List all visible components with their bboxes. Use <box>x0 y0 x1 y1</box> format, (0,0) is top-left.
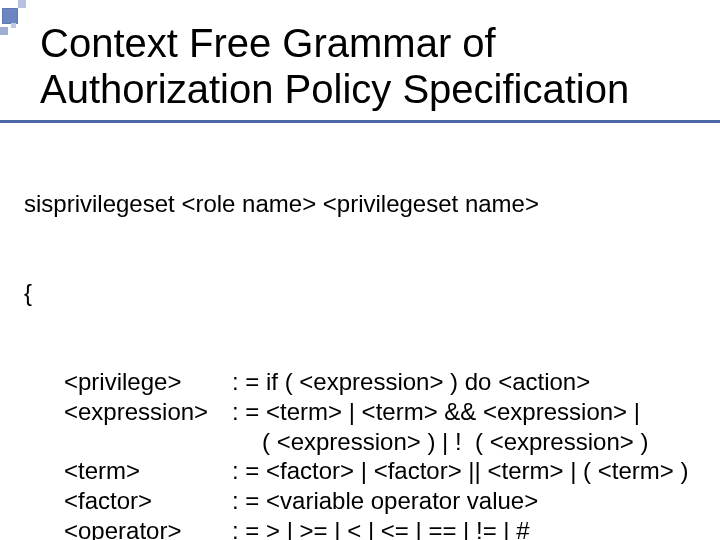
grammar-rule: <factor>: = <variable operator value> <box>24 486 720 516</box>
open-brace: { <box>24 278 720 308</box>
rule-lhs: <factor> <box>64 486 232 516</box>
rule-rhs-cont: ( <expression> ) | ! ( <expression> ) <box>262 427 648 457</box>
grammar-rule-cont: ( <expression> ) | ! ( <expression> ) <box>24 427 720 457</box>
slide-title: Context Free Grammar of Authorization Po… <box>40 20 720 112</box>
rule-lhs: <operator> <box>64 516 232 540</box>
title-underline <box>0 120 720 123</box>
rule-rhs: : = > | >= | < | <= | == | != | # <box>232 516 530 540</box>
grammar-rule: <operator>: = > | >= | < | <= | == | != … <box>24 516 720 540</box>
rule-lhs: <privilege> <box>64 367 232 397</box>
grammar-header-line: sisprivilegeset <role name> <privilegese… <box>24 189 720 219</box>
rule-rhs: : = <variable operator value> <box>232 486 538 516</box>
rule-rhs: : = if ( <expression> ) do <action> <box>232 367 590 397</box>
corner-decoration <box>0 0 40 40</box>
grammar-body: sisprivilegeset <role name> <privilegese… <box>24 129 720 540</box>
rule-rhs: : = <factor> | <factor> || <term> | ( <t… <box>232 456 688 486</box>
grammar-rule: <expression>: = <term> | <term> && <expr… <box>24 397 720 427</box>
grammar-rule: <privilege>: = if ( <expression> ) do <a… <box>24 367 720 397</box>
title-line-1: Context Free Grammar of <box>40 21 496 65</box>
grammar-rule: <term>: = <factor> | <factor> || <term> … <box>24 456 720 486</box>
rule-lhs: <expression> <box>64 397 232 427</box>
title-line-2: Authorization Policy Specification <box>40 67 629 111</box>
rule-lhs: <term> <box>64 456 232 486</box>
rule-rhs: : = <term> | <term> && <expression> | <box>232 397 640 427</box>
